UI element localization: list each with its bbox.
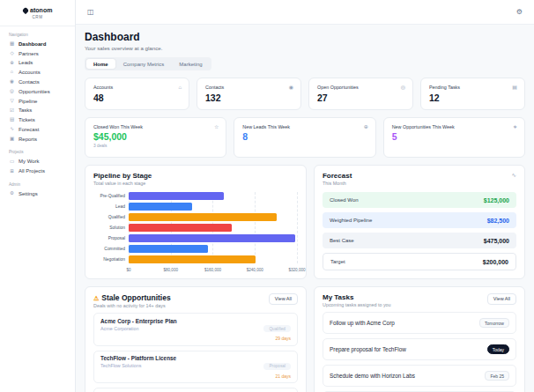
- forecast-row-weighted-pipeline: Weighted Pipeline $82,500: [323, 212, 516, 228]
- dashboard-icon: ▦: [9, 41, 15, 47]
- chart-axis-tick: $320,000: [288, 268, 305, 272]
- stat-card-new-leads-week: New Leads This Week 8 ⊕: [234, 117, 375, 158]
- trophy-icon: ☆: [214, 124, 219, 129]
- reports-icon: ▣: [9, 137, 15, 142]
- dashboard-content: Dashboard Your sales overview at a glanc…: [76, 25, 534, 392]
- pipeline-by-stage-card: Pipeline by Stage Total value in each st…: [85, 165, 307, 279]
- chart-bar-track: [129, 213, 298, 221]
- contacts-icon: ◉: [9, 79, 15, 85]
- sparkles-icon: ∗: [513, 124, 517, 129]
- stat-card-contacts: Contacts 132 ◉: [197, 78, 301, 110]
- chart-axis-tick: $240,000: [247, 268, 263, 272]
- stale-item-pinnacle[interactable]: Pinnacle - Annual Subscription Pinnacle …: [93, 388, 298, 392]
- forecast-card: Forecast This Month ∿ Closed Won $125,00…: [314, 165, 525, 279]
- users-icon: ◉: [289, 85, 293, 90]
- app-name-sub: CRM: [9, 15, 66, 19]
- chart-bar[interactable]: [129, 234, 295, 242]
- tasks-title: My Tasks: [323, 293, 391, 301]
- stale-item-techflow[interactable]: TechFlow - Platform License TechFlow Sol…: [93, 351, 298, 384]
- chart-category-label: Proposal: [93, 236, 129, 240]
- sidebar-item-pipeline[interactable]: ▽ Pipeline: [9, 96, 66, 106]
- app-logo-icon: [21, 6, 28, 13]
- chart-bar[interactable]: [129, 224, 232, 232]
- sidebar-item-forecast[interactable]: ∿ Forecast: [9, 125, 66, 135]
- tasks-subtitle: Upcoming tasks assigned to you: [323, 302, 391, 307]
- chart-row: Committed: [93, 245, 298, 253]
- accounts-icon: ⌂: [9, 70, 15, 75]
- sidebar-item-all-projects[interactable]: ⊞ All Projects: [9, 166, 66, 176]
- contacts-value: 132: [205, 92, 293, 103]
- chart-bar[interactable]: [129, 255, 256, 263]
- task-item-schedule-demo[interactable]: Schedule demo with Horizon Labs Feb 25: [323, 365, 516, 387]
- sidebar-section-admin: Admin: [9, 182, 66, 187]
- main-area: ◫ ⚙ Dashboard Your sales overview at a g…: [76, 0, 534, 392]
- closed-won-week-value: $45,000: [93, 131, 218, 142]
- forecast-title: Forecast: [323, 172, 516, 180]
- sidebar-item-dashboard[interactable]: ▦ Dashboard: [9, 40, 66, 49]
- my-tasks-card: My Tasks Upcoming tasks assigned to you …: [314, 286, 525, 392]
- chart-row: Solution: [93, 224, 298, 232]
- chart-bar[interactable]: [129, 245, 208, 253]
- sidebar-item-leads[interactable]: ⊕ Leads: [9, 58, 66, 68]
- topbar: ◫ ⚙: [76, 0, 534, 25]
- closed-won-deals: 3 deals: [93, 144, 218, 148]
- sidebar-item-contacts[interactable]: ◉ Contacts: [9, 78, 66, 87]
- task-item-prepare-proposal[interactable]: Prepare proposal for TechFlow Today: [323, 338, 516, 360]
- app-logo: atonom CRM: [0, 7, 75, 26]
- pipeline-chart-title: Pipeline by Stage: [93, 172, 298, 180]
- tab-marketing[interactable]: Marketing: [172, 59, 209, 69]
- forecast-icon: ∿: [9, 127, 15, 132]
- trend-icon: ∿: [512, 173, 516, 179]
- page-title: Dashboard: [85, 31, 525, 43]
- chart-category-label: Committed: [93, 247, 129, 251]
- pipeline-chart-subtitle: Total value in each stage: [93, 181, 298, 186]
- chart-row: Pre-Qualified: [93, 192, 298, 200]
- chart-bar-track: [129, 203, 298, 211]
- stat-card-open-opportunities: Open Opportunities 27 ◎: [308, 78, 413, 110]
- stat-card-closed-won-week: Closed Won This Week $45,000 3 deals ☆: [85, 117, 226, 158]
- sidebar-toggle-icon[interactable]: ◫: [87, 9, 94, 16]
- user-plus-icon: ⊕: [364, 124, 368, 129]
- due-badge: Today: [487, 344, 509, 354]
- page-subtitle: Your sales overview at a glance.: [85, 45, 525, 51]
- stale-age: 21 days: [263, 374, 291, 379]
- chart-bar-track: [129, 255, 298, 263]
- sidebar-item-opportunities[interactable]: ◎ Opportunities: [9, 86, 66, 96]
- stale-age: 29 days: [263, 336, 291, 341]
- sidebar-item-tickets[interactable]: ▤ Tickets: [9, 115, 66, 125]
- chart-bar[interactable]: [129, 213, 277, 221]
- stat-card-pending-tasks: Pending Tasks 12 ▤: [420, 78, 525, 110]
- stale-view-all-button[interactable]: View All: [269, 293, 298, 305]
- forecast-row-closed-won: Closed Won $125,000: [323, 192, 516, 208]
- stale-item-acme[interactable]: Acme Corp - Enterprise Plan Acme Corpora…: [93, 313, 298, 346]
- tasks-view-all-button[interactable]: View All: [487, 293, 516, 305]
- pipeline-icon: ▽: [9, 99, 15, 104]
- chart-bar[interactable]: [129, 192, 224, 200]
- tab-home[interactable]: Home: [86, 59, 115, 69]
- sidebar-item-partners[interactable]: ◇ Partners: [9, 48, 66, 58]
- sidebar-section-projects: Projects: [9, 150, 66, 154]
- chart-axis-tick: $160,000: [204, 268, 221, 272]
- sidebar-item-reports[interactable]: ▣ Reports: [9, 134, 66, 144]
- sidebar-item-accounts[interactable]: ⌂ Accounts: [9, 68, 66, 78]
- chart-row: Qualified: [93, 213, 298, 221]
- sidebar-item-my-work[interactable]: ▭ My Work: [9, 157, 66, 166]
- sidebar-item-settings[interactable]: ⚙ Settings: [9, 189, 66, 199]
- chart-row: Lead: [93, 203, 298, 211]
- tab-company-metrics[interactable]: Company Metrics: [116, 59, 172, 69]
- forecast-row-target: Target $200,000: [323, 253, 516, 270]
- settings-gear-icon[interactable]: ⚙: [516, 9, 523, 16]
- task-item-follow-up[interactable]: Follow up with Acme Corp Tomorrow: [323, 312, 516, 334]
- chart-bar[interactable]: [129, 203, 192, 211]
- sidebar-item-tasks[interactable]: ☑ Tasks: [9, 106, 66, 115]
- forecast-subtitle: This Month: [323, 181, 516, 186]
- new-opportunities-week-value: 5: [392, 131, 516, 142]
- due-badge: Tomorrow: [479, 318, 509, 328]
- chart-row: Proposal: [93, 234, 298, 242]
- dashboard-tabs: Home Company Metrics Marketing: [85, 57, 211, 70]
- chart-category-label: Pre-Qualified: [93, 194, 129, 198]
- stage-badge: Qualified: [263, 325, 291, 332]
- briefcase-icon: ▭: [9, 159, 15, 165]
- chart-axis-tick: $80,000: [163, 268, 178, 272]
- chart-bar-track: [129, 245, 298, 253]
